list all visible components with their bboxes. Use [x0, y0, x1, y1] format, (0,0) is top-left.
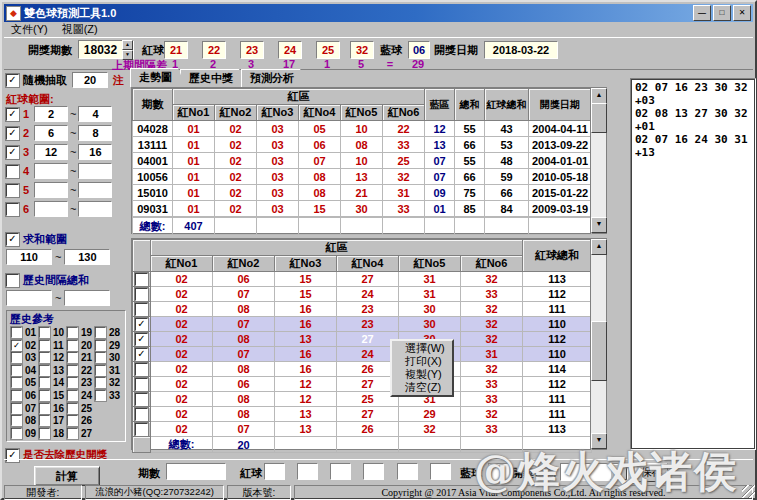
issue-cell[interactable]: 04001 [133, 153, 173, 169]
red-cell[interactable]: 06 [213, 377, 275, 392]
red-cell[interactable]: 31 [461, 347, 523, 362]
red-sum-cell[interactable]: 66 [485, 185, 529, 201]
red-cell[interactable]: 01 [173, 185, 215, 201]
red-cell[interactable]: 25 [383, 153, 425, 169]
range-5-to-input[interactable] [78, 182, 112, 198]
date-cell[interactable]: 2010-05-18 [529, 169, 592, 185]
red-sum-cell[interactable]: 112 [523, 377, 592, 392]
row-select-checkbox[interactable] [135, 423, 148, 436]
red-cell[interactable]: 15 [275, 287, 337, 302]
range-1-from-input[interactable] [34, 106, 68, 122]
red-cell[interactable]: 02 [151, 317, 213, 332]
row-select-cell[interactable] [133, 407, 151, 422]
result-line[interactable]: 02 07 16 24 30 31 +13 [635, 133, 755, 159]
red-cell[interactable]: 32 [461, 362, 523, 377]
row-select-checkbox[interactable] [135, 273, 148, 286]
sum-cell[interactable]: 55 [455, 153, 485, 169]
blue-cell[interactable]: 13 [425, 137, 455, 153]
red-ball-field-6[interactable]: 32 [350, 41, 374, 59]
red-cell[interactable]: 32 [461, 302, 523, 317]
history-number-11-checkbox[interactable] [39, 340, 50, 351]
red-cell[interactable]: 03 [257, 169, 299, 185]
red-cell[interactable]: 02 [215, 169, 257, 185]
row-select-checkbox[interactable] [135, 378, 148, 391]
red-cell[interactable]: 32 [399, 422, 461, 437]
red-cell[interactable]: 07 [299, 153, 341, 169]
row-select-cell[interactable] [133, 362, 151, 377]
red-cell[interactable]: 31 [399, 287, 461, 302]
blue-cell[interactable]: 07 [425, 153, 455, 169]
form-date-combo[interactable]: ▼ [560, 463, 628, 481]
scroll-up-icon[interactable]: ▲ [591, 88, 607, 104]
red-cell[interactable]: 23 [337, 302, 399, 317]
issue-cell[interactable]: 15010 [133, 185, 173, 201]
red-sum-cell[interactable]: 112 [523, 332, 592, 347]
row-select-checkbox[interactable] [135, 303, 148, 316]
selected-results-list[interactable]: 02 07 16 23 30 32 +0302 08 13 27 30 32 +… [630, 78, 756, 450]
history-number-05-checkbox[interactable] [11, 377, 22, 388]
row-select-checkbox[interactable] [135, 288, 148, 301]
red-cell[interactable]: 08 [341, 137, 383, 153]
context-menu-item[interactable]: 清空(Z) [392, 381, 452, 394]
row-select-cell[interactable] [133, 347, 151, 362]
history-number-26-checkbox[interactable] [67, 415, 78, 426]
context-menu-item[interactable]: 選擇(W) [392, 342, 452, 355]
hist-gap-checkbox[interactable] [6, 274, 19, 287]
red-cell[interactable]: 02 [151, 272, 213, 287]
scroll-thumb[interactable] [591, 321, 607, 381]
issue-value[interactable]: 18032 [79, 43, 122, 57]
range-3-from-input[interactable] [34, 144, 68, 160]
range-1-to-input[interactable] [78, 106, 112, 122]
red-cell[interactable]: 06 [213, 272, 275, 287]
red-cell[interactable]: 32 [461, 272, 523, 287]
red-cell[interactable]: 07 [213, 287, 275, 302]
form-red1-input[interactable] [264, 463, 285, 480]
red-cell[interactable]: 02 [151, 302, 213, 317]
chevron-down-icon[interactable]: ▼ [610, 464, 627, 480]
issue-spinner[interactable]: 18032 ▲ ▼ [78, 40, 134, 59]
red-ball-field-5[interactable]: 25 [316, 41, 340, 59]
red-cell[interactable]: 32 [461, 332, 523, 347]
red-cell[interactable]: 30 [399, 302, 461, 317]
random-count-input[interactable] [72, 72, 108, 88]
red-cell[interactable]: 16 [275, 317, 337, 332]
red-cell[interactable]: 27 [337, 407, 399, 422]
red-cell[interactable]: 33 [461, 377, 523, 392]
red-cell[interactable]: 01 [173, 153, 215, 169]
red-sum-cell[interactable]: 112 [523, 287, 592, 302]
red-sum-cell[interactable]: 111 [523, 302, 592, 317]
red-cell[interactable]: 07 [213, 422, 275, 437]
red-cell[interactable]: 02 [215, 153, 257, 169]
history-number-16-checkbox[interactable] [39, 403, 50, 414]
blue-cell[interactable]: 01 [425, 201, 455, 217]
sum-cell[interactable]: 85 [455, 201, 485, 217]
row-select-checkbox[interactable] [135, 363, 148, 376]
red-cell[interactable]: 03 [257, 185, 299, 201]
history-number-10-checkbox[interactable] [39, 327, 50, 338]
row-select-cell[interactable] [133, 287, 151, 302]
issue-cell[interactable]: 04028 [133, 121, 173, 137]
red-cell[interactable]: 16 [275, 347, 337, 362]
close-icon[interactable]: ✕ [733, 5, 751, 21]
range-6-checkbox[interactable] [6, 203, 19, 216]
red-cell[interactable]: 01 [173, 137, 215, 153]
red-cell[interactable]: 10 [341, 121, 383, 137]
red-cell[interactable]: 08 [213, 332, 275, 347]
red-ball-field-2[interactable]: 22 [202, 41, 226, 59]
red-cell[interactable]: 32 [383, 169, 425, 185]
hist-gap-from-input[interactable] [6, 290, 52, 306]
red-cell[interactable]: 02 [151, 332, 213, 347]
red-cell[interactable]: 26 [337, 422, 399, 437]
red-sum-cell[interactable]: 113 [523, 422, 592, 437]
row-select-checkbox[interactable] [135, 393, 148, 406]
menu-item-1[interactable]: 視圖(Z) [55, 21, 105, 38]
range-4-from-input[interactable] [34, 163, 68, 179]
sum-cell[interactable]: 66 [455, 169, 485, 185]
scroll-up-icon[interactable]: ▲ [591, 239, 607, 255]
history-number-17-checkbox[interactable] [39, 415, 50, 426]
red-sum-cell[interactable]: 110 [523, 317, 592, 332]
red-cell[interactable]: 27 [337, 272, 399, 287]
red-sum-cell[interactable]: 59 [485, 169, 529, 185]
red-cell[interactable]: 13 [275, 422, 337, 437]
red-cell[interactable]: 30 [341, 201, 383, 217]
